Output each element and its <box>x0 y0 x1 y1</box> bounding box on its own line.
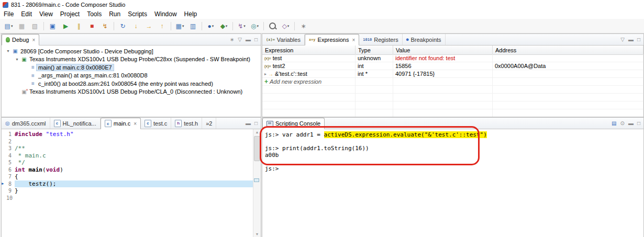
gutter[interactable]: 6 <box>2 166 15 174</box>
debug-console-icon[interactable]: ▣ <box>47 21 59 31</box>
column-header-value[interactable]: Value <box>393 46 493 54</box>
expander-icon[interactable]: ▸ <box>264 72 267 76</box>
expression-cell[interactable]: (x)=test <box>262 54 356 62</box>
expression-row[interactable]: (x)=test2int158560x0000A00A@Data <box>262 62 643 70</box>
code-line[interactable]: 1#include "test.h" <box>2 131 253 138</box>
close-icon[interactable]: × <box>352 37 355 43</box>
code-line[interactable]: 2 <box>2 138 253 145</box>
gutter[interactable]: 2 <box>2 138 15 145</box>
expander-icon[interactable]: ▼ <box>14 58 20 61</box>
minimize-icon[interactable]: ▬ <box>246 120 251 126</box>
external-tools-icon[interactable]: ◇▾ <box>280 21 292 31</box>
code-line[interactable]: 7{ <box>2 173 253 180</box>
open-console-icon[interactable]: ▤ <box>612 120 616 126</box>
tab-variables[interactable]: (x)= Variables <box>262 34 305 45</box>
flash-icon[interactable]: ↯▾ <box>236 21 248 31</box>
step-return-icon[interactable]: ↑ <box>156 21 168 31</box>
close-icon[interactable]: × <box>134 121 137 127</box>
terminate-icon[interactable]: ■ <box>86 21 98 31</box>
value-cell[interactable]: 40971 {-17815} <box>393 70 493 78</box>
tab-expressions[interactable]: x+y Expressions × <box>305 34 359 46</box>
editor-scrollbar[interactable]: ▲ ▼ <box>253 129 261 237</box>
gutter[interactable]: 9 <box>2 187 15 195</box>
expander-icon[interactable]: ▼ <box>5 49 12 53</box>
code-text[interactable]: testz(); <box>15 180 253 188</box>
expression-cell[interactable]: (x)=test2 <box>262 62 356 70</box>
minimize-icon[interactable]: ▬ <box>246 37 251 42</box>
scrollbar-thumb[interactable] <box>254 136 260 161</box>
tab-dm365-ccxml[interactable]: ◎ dm365.ccxml <box>2 118 50 129</box>
remove-all-icon[interactable]: ∗ <box>230 37 234 42</box>
maximize-icon[interactable]: □ <box>254 37 258 42</box>
gutter[interactable]: 3 <box>2 145 15 152</box>
minimize-icon[interactable]: ▬ <box>628 37 634 42</box>
value-cell[interactable] <box>393 94 493 101</box>
debug-tree-item[interactable]: ≡_args_main() at args_main.c:81 0x0080D8 <box>2 72 261 80</box>
minimize-icon[interactable]: ▬ <box>628 120 634 126</box>
restart-icon[interactable]: ↻ <box>117 21 129 31</box>
code-line[interactable]: 4 * main.c <box>2 152 253 160</box>
gutter[interactable]: 7 <box>2 173 15 180</box>
code-text[interactable]: #include "test.h" <box>15 131 253 138</box>
debug-tree-item[interactable]: ▣Texas Instruments XDS100v1 USB Debug Pr… <box>2 88 261 96</box>
view-menu-icon[interactable]: ▽ <box>620 37 625 42</box>
code-editor[interactable]: 1#include "test.h"23/**4 * main.c5 */6in… <box>2 129 253 237</box>
menu-help[interactable]: Help <box>181 10 201 18</box>
memory-browser-icon[interactable]: ▦▾ <box>174 21 186 31</box>
code-text[interactable]: int main(void) <box>15 166 253 174</box>
save-icon[interactable]: ▦ <box>16 21 28 31</box>
code-text[interactable]: { <box>15 173 253 180</box>
expression-row[interactable]: (x)=testunknownidentifier not found: tes… <box>262 54 643 62</box>
tab-breakpoints[interactable]: ● Breakpoints <box>403 34 446 45</box>
close-icon[interactable]: × <box>32 37 35 43</box>
expression-cell[interactable] <box>262 94 356 101</box>
tab-registers[interactable]: 1010 Registers <box>359 34 402 45</box>
expressions-table[interactable]: (x)=testunknownidentifier not found: tes… <box>262 54 643 117</box>
horizontal-sash-right[interactable] <box>262 116 643 117</box>
horizontal-sash-left[interactable] <box>0 116 260 117</box>
maximize-icon[interactable]: □ <box>637 120 640 126</box>
gutter[interactable]: 5 <box>2 159 15 166</box>
expression-cell[interactable] <box>262 86 356 94</box>
code-text[interactable]: */ <box>15 159 253 166</box>
expression-cell[interactable]: +Add new expression <box>262 78 356 86</box>
step-into-icon[interactable]: ↓ <box>130 21 142 31</box>
open-element-icon[interactable]: ∗ <box>297 21 309 31</box>
expression-row[interactable]: ▸→&'test.c'::testint *40971 {-17815} <box>262 70 643 78</box>
tab-scripting-console[interactable]: Scripting Console <box>262 118 325 129</box>
debug-tree-item[interactable]: ≡main() at main.c:8 0x0080E7 <box>2 63 261 72</box>
scroll-up-icon[interactable]: ▲ <box>253 129 261 136</box>
expression-row[interactable] <box>262 101 643 109</box>
code-text[interactable] <box>15 195 253 202</box>
gutter[interactable]: 10 <box>2 195 15 202</box>
code-line[interactable]: 6int main(void) <box>2 166 253 174</box>
scroll-down-icon[interactable]: ▼ <box>253 231 261 237</box>
menu-scripts[interactable]: Scripts <box>124 10 151 18</box>
pin-console-icon[interactable]: ⊙ <box>620 120 625 126</box>
suspend-icon[interactable]: ∥ <box>73 21 85 31</box>
expression-row[interactable]: +Add new expression <box>262 78 643 86</box>
gutter[interactable]: 4 <box>2 152 15 160</box>
menu-window[interactable]: Window <box>151 10 181 18</box>
save-all-icon[interactable]: ▧ <box>29 21 41 31</box>
code-line[interactable]: 5 */ <box>2 159 253 166</box>
menu-project[interactable]: Project <box>57 10 83 18</box>
debug-tree-item[interactable]: ≡c_int00() at boot28.asm:261 0x008054 (t… <box>2 80 261 88</box>
vertical-sash[interactable] <box>260 33 262 237</box>
menu-tools[interactable]: Tools <box>83 10 105 18</box>
column-header-expression[interactable]: Expression <box>262 46 356 54</box>
tab-test-h[interactable]: h test.h <box>171 118 202 129</box>
tab-main-c[interactable]: c main.c × <box>101 118 141 129</box>
code-line[interactable]: ▶8 testz(); <box>2 180 253 188</box>
value-cell[interactable] <box>393 101 493 109</box>
code-text[interactable]: } <box>15 187 253 195</box>
gutter[interactable]: ▶8 <box>2 180 15 188</box>
tab-overflow[interactable]: »2 <box>202 118 216 129</box>
code-line[interactable]: 9} <box>2 187 253 195</box>
gutter[interactable]: 1 <box>2 131 15 138</box>
view-menu-icon[interactable]: ▽ <box>238 37 242 42</box>
debug-launch-icon[interactable]: ◆▾ <box>218 21 230 31</box>
debug-tree-item[interactable]: ▼▣Texas Instruments XDS100v1 USB Debug P… <box>2 55 261 64</box>
expression-cell[interactable]: ▸→&'test.c'::test <box>262 70 356 78</box>
value-cell[interactable]: identifier not found: test <box>393 54 493 62</box>
